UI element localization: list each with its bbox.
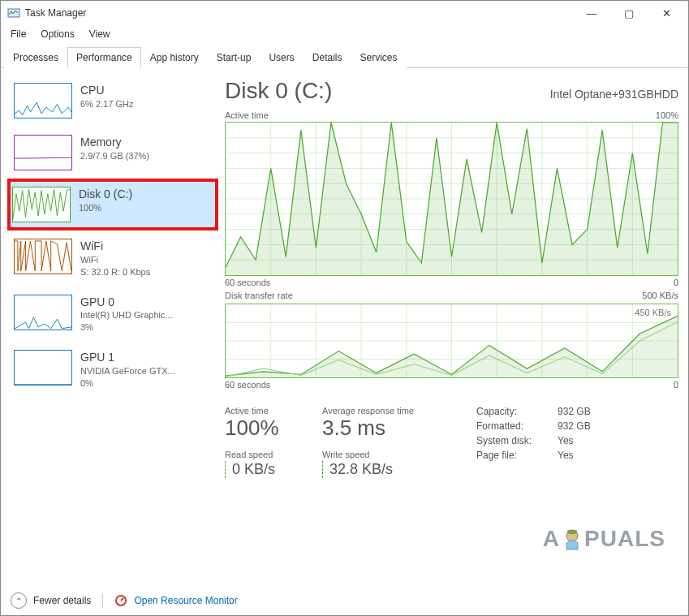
sidebar-wifi-title: WiFi	[80, 239, 150, 254]
time-axis-right-2: 0	[674, 380, 678, 390]
svg-point-31	[566, 530, 578, 541]
tabbar: Processes Performance App history Start-…	[1, 46, 688, 68]
active-time-stat: 100%	[225, 417, 314, 438]
capacity-label: Capacity:	[476, 406, 558, 417]
page-title: Disk 0 (C:)	[225, 78, 332, 104]
sidebar-gpu0-sub2: 3%	[80, 321, 173, 334]
disk0-thumbnail	[12, 187, 71, 222]
sysdisk-value: Yes	[558, 435, 591, 446]
sidebar-cpu-title: CPU	[80, 83, 133, 98]
window-title: Task Manager	[25, 7, 86, 19]
capacity-value: 932 GB	[558, 406, 591, 417]
main-panel: Disk 0 (C:) Intel Optane+931GBHDD Active…	[225, 75, 682, 586]
menu-options[interactable]: Options	[34, 27, 80, 41]
sidebar-gpu1-title: GPU 1	[80, 350, 175, 365]
menu-view[interactable]: View	[83, 27, 117, 41]
time-axis-left-2: 60 seconds	[225, 380, 270, 390]
read-stat: 0 KB/s	[225, 461, 314, 478]
transfer-rate-chart[interactable]: 450 KB/s	[225, 304, 678, 378]
tab-services[interactable]: Services	[351, 47, 406, 68]
write-stat: 32.8 KB/s	[322, 461, 460, 478]
gpu1-thumbnail	[14, 350, 72, 386]
wifi-thumbnail	[14, 239, 72, 274]
cpu-thumbnail	[14, 83, 72, 118]
sidebar-item-wifi[interactable]: WiFi WiFi S: 32.0 R: 0 Kbps	[7, 230, 218, 286]
minimize-button[interactable]: —	[573, 2, 610, 24]
tab-startup[interactable]: Start-up	[208, 47, 261, 68]
sidebar-wifi-sub1: WiFi	[80, 254, 150, 266]
active-time-max: 100%	[656, 110, 678, 120]
active-time-stat-label: Active time	[225, 406, 314, 416]
menubar: File Options View	[1, 25, 688, 43]
device-label: Intel Optane+931GBHDD	[550, 88, 678, 101]
sidebar-item-memory[interactable]: Memory 2.9/7.9 GB (37%)	[7, 127, 218, 179]
watermark: A PUALS	[543, 526, 665, 552]
sidebar-gpu1-sub2: 0%	[80, 377, 175, 390]
gpu0-thumbnail	[14, 295, 72, 330]
sidebar-wifi-sub2: S: 32.0 R: 0 Kbps	[80, 266, 150, 278]
sidebar-gpu0-sub1: Intel(R) UHD Graphic...	[80, 309, 173, 321]
watermark-icon	[562, 527, 583, 551]
pagefile-value: Yes	[558, 450, 591, 461]
memory-thumbnail	[14, 135, 72, 170]
svg-line-34	[121, 598, 123, 601]
fewer-details-button[interactable]: Fewer details	[33, 595, 91, 606]
stats-panel: Active time 100% Average response time 3…	[225, 406, 678, 478]
resource-monitor-icon	[114, 594, 127, 607]
chevron-up-icon[interactable]: ⌃	[11, 592, 27, 609]
formatted-value: 932 GB	[558, 420, 591, 432]
sidebar-memory-sub: 2.9/7.9 GB (37%)	[80, 150, 149, 162]
sidebar-cpu-sub: 6% 2.17 GHz	[80, 98, 133, 110]
task-manager-window: Task Manager — ▢ ✕ File Options View Pro…	[0, 0, 689, 616]
xfer-label: Disk transfer rate	[225, 291, 293, 300]
tab-performance[interactable]: Performance	[67, 47, 141, 68]
sidebar-memory-title: Memory	[80, 135, 149, 150]
tab-processes[interactable]: Processes	[4, 47, 67, 68]
avg-resp-stat: 3.5 ms	[322, 417, 460, 438]
open-resource-monitor-link[interactable]: Open Resource Monitor	[134, 595, 237, 606]
sidebar-disk0-title: Disk 0 (C:)	[79, 187, 132, 202]
read-stat-label: Read speed	[225, 450, 314, 459]
sidebar-disk0-sub: 100%	[79, 202, 132, 214]
sidebar-item-gpu1[interactable]: GPU 1 NVIDIA GeForce GTX... 0%	[7, 342, 218, 398]
tab-users[interactable]: Users	[260, 47, 303, 68]
body: CPU 6% 2.17 GHz Memory 2.9/7.9 GB (37%)	[1, 68, 688, 586]
statusbar: ⌃ Fewer details Open Resource Monitor	[1, 586, 688, 615]
app-icon	[7, 6, 20, 19]
avg-resp-stat-label: Average response time	[322, 406, 460, 416]
titlebar[interactable]: Task Manager — ▢ ✕	[1, 1, 688, 25]
write-stat-label: Write speed	[322, 450, 460, 459]
close-button[interactable]: ✕	[648, 2, 685, 24]
svg-rect-32	[567, 530, 577, 534]
maximize-button[interactable]: ▢	[610, 2, 648, 24]
menu-file[interactable]: File	[4, 27, 32, 41]
xfer-max: 500 KB/s	[642, 291, 678, 300]
formatted-label: Formatted:	[476, 420, 558, 432]
tab-apphistory[interactable]: App history	[141, 47, 208, 68]
time-axis-right: 0	[674, 278, 678, 287]
active-time-label: Active time	[225, 110, 269, 120]
time-axis-left: 60 seconds	[225, 278, 270, 287]
sidebar-gpu0-title: GPU 0	[80, 295, 173, 310]
sidebar-gpu1-sub1: NVIDIA GeForce GTX...	[80, 365, 175, 377]
tab-details[interactable]: Details	[304, 47, 351, 68]
separator	[102, 593, 103, 608]
sidebar-item-gpu0[interactable]: GPU 0 Intel(R) UHD Graphic... 3%	[7, 286, 218, 342]
active-time-chart[interactable]	[225, 122, 678, 276]
sidebar-item-cpu[interactable]: CPU 6% 2.17 GHz	[7, 75, 218, 127]
sidebar-item-disk0[interactable]: Disk 0 (C:) 100%	[7, 179, 218, 230]
pagefile-label: Page file:	[476, 450, 558, 461]
sysdisk-label: System disk:	[476, 435, 558, 446]
sidebar: CPU 6% 2.17 GHz Memory 2.9/7.9 GB (37%)	[7, 75, 218, 586]
